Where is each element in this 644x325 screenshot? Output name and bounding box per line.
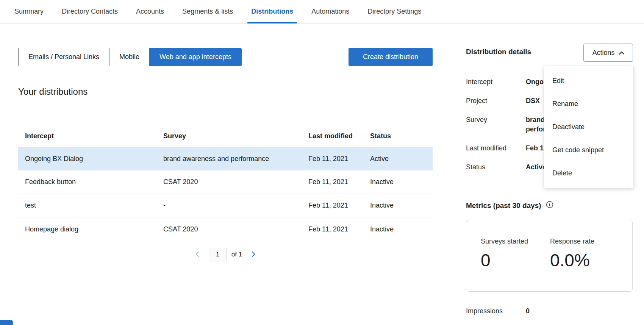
cell-intercept: Feedback button bbox=[18, 178, 163, 186]
tab-automations[interactable]: Automations bbox=[302, 0, 358, 23]
segment-mobile[interactable]: Mobile bbox=[109, 48, 149, 66]
metrics-card: Surveys started 0 Response rate 0.0% bbox=[466, 220, 633, 292]
menu-item-get-code-snippet[interactable]: Get code snippet bbox=[544, 139, 633, 162]
cell-status: Inactive bbox=[370, 225, 433, 233]
impressions-row: Impressions 0 bbox=[466, 306, 602, 316]
chat-widget[interactable] bbox=[0, 320, 13, 325]
distributions-table: Intercept Survey Last modified Status On… bbox=[18, 125, 433, 241]
menu-item-edit[interactable]: Edit bbox=[544, 69, 633, 92]
cell-survey: - bbox=[163, 202, 308, 209]
detail-label: Project bbox=[466, 96, 526, 106]
cell-status: Inactive bbox=[370, 178, 433, 186]
details-panel-title: Distribution details bbox=[466, 48, 531, 56]
table-header-row: Intercept Survey Last modified Status bbox=[18, 125, 433, 147]
current-page-indicator[interactable]: 1 bbox=[209, 248, 227, 261]
tab-segments-lists[interactable]: Segments & lists bbox=[173, 0, 242, 23]
column-header-survey: Survey bbox=[163, 132, 308, 140]
column-header-status: Status bbox=[370, 132, 433, 140]
tab-directory-settings[interactable]: Directory Settings bbox=[358, 0, 430, 23]
info-icon[interactable] bbox=[546, 201, 553, 210]
actions-button[interactable]: Actions bbox=[583, 44, 633, 62]
pagination: 1 of 1 bbox=[18, 248, 433, 261]
metric-label: Surveys started bbox=[481, 237, 528, 246]
metric-response-rate: Response rate 0.0% bbox=[550, 237, 594, 270]
actions-dropdown-menu: Edit Rename Deactivate Get code snippet … bbox=[544, 66, 634, 188]
top-nav: Summary Directory Contacts Accounts Segm… bbox=[0, 0, 644, 23]
tab-distributions[interactable]: Distributions bbox=[242, 0, 302, 23]
cell-last-modified: Feb 11, 2021 bbox=[308, 225, 370, 233]
detail-label: Status bbox=[466, 162, 526, 172]
page-title: Your distributions bbox=[18, 86, 88, 97]
menu-item-delete[interactable]: Delete bbox=[544, 162, 633, 185]
detail-label: Survey bbox=[466, 115, 526, 134]
table-row[interactable]: Homepage dialog CSAT 2020 Feb 11, 2021 I… bbox=[18, 217, 433, 241]
chevron-up-icon bbox=[619, 49, 624, 57]
cell-survey: brand awareness and performance bbox=[163, 155, 308, 163]
menu-item-deactivate[interactable]: Deactivate bbox=[544, 116, 633, 139]
cell-survey: CSAT 2020 bbox=[163, 178, 308, 186]
table-row[interactable]: Feedback button CSAT 2020 Feb 11, 2021 I… bbox=[18, 170, 433, 194]
cell-intercept: Homepage dialog bbox=[18, 225, 163, 233]
tab-directory-contacts[interactable]: Directory Contacts bbox=[53, 0, 127, 23]
menu-item-rename[interactable]: Rename bbox=[544, 92, 633, 116]
metrics-title-text: Metrics (past 30 days) bbox=[466, 202, 541, 210]
impressions-label: Impressions bbox=[466, 306, 526, 316]
next-page-button[interactable] bbox=[247, 248, 260, 261]
create-distribution-button[interactable]: Create distribution bbox=[349, 48, 433, 66]
cell-status: Inactive bbox=[370, 202, 433, 209]
chevron-right-icon bbox=[250, 251, 256, 259]
detail-label: Intercept bbox=[466, 77, 526, 87]
metrics-section-title: Metrics (past 30 days) bbox=[466, 201, 553, 210]
table-body: Ongoing BX Dialog brand awareness and pe… bbox=[18, 147, 433, 241]
cell-last-modified: Feb 11, 2021 bbox=[308, 202, 370, 209]
page-count-label: of 1 bbox=[231, 251, 242, 258]
distribution-type-segmented-control: Emails / Personal Links Mobile Web and a… bbox=[18, 48, 242, 66]
column-header-intercept: Intercept bbox=[18, 132, 163, 140]
metric-label: Response rate bbox=[550, 237, 594, 246]
tab-summary[interactable]: Summary bbox=[5, 0, 53, 23]
detail-label: Last modified bbox=[466, 144, 526, 153]
cell-intercept: Ongoing BX Dialog bbox=[18, 155, 163, 163]
chevron-left-icon bbox=[194, 251, 200, 259]
cell-survey: CSAT 2020 bbox=[163, 225, 308, 233]
cell-intercept: test bbox=[18, 202, 163, 209]
table-row[interactable]: test - Feb 11, 2021 Inactive bbox=[18, 194, 433, 217]
cell-last-modified: Feb 11, 2021 bbox=[308, 178, 370, 186]
distribution-details-panel: Distribution details Actions Intercept O… bbox=[451, 23, 644, 325]
segment-web-app-intercepts[interactable]: Web and app intercepts bbox=[149, 48, 242, 66]
metric-value: 0.0% bbox=[550, 250, 594, 270]
tab-accounts[interactable]: Accounts bbox=[127, 0, 173, 23]
segment-emails-personal-links[interactable]: Emails / Personal Links bbox=[18, 48, 109, 66]
cell-status: Active bbox=[370, 155, 433, 163]
table-row[interactable]: Ongoing BX Dialog brand awareness and pe… bbox=[18, 147, 433, 170]
metric-surveys-started: Surveys started 0 bbox=[481, 237, 528, 270]
actions-button-label: Actions bbox=[592, 49, 614, 57]
column-header-last-modified: Last modified bbox=[308, 132, 370, 140]
impressions-value: 0 bbox=[526, 306, 602, 316]
previous-page-button[interactable] bbox=[191, 248, 204, 261]
cell-last-modified: Feb 11, 2021 bbox=[308, 155, 370, 163]
metric-value: 0 bbox=[481, 250, 528, 270]
